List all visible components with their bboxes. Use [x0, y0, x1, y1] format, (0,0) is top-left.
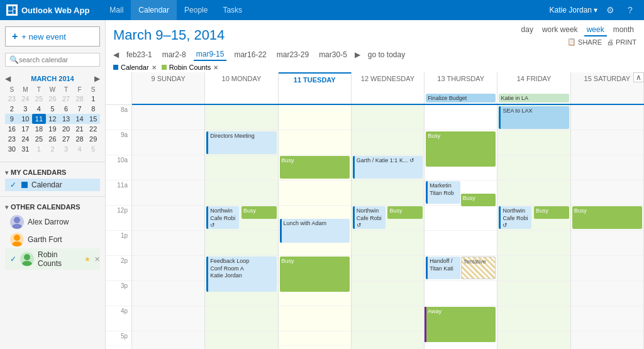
mini-cal-cell[interactable]: 18 [32, 124, 46, 134]
event-garth-katie[interactable]: Garth / Katie 1:1 K... ↺ [353, 156, 423, 179]
other-calendars-header[interactable]: ▾ OTHER CALENDARS [5, 203, 100, 211]
mini-cal-cell[interactable]: 14 [73, 114, 87, 124]
nav-mail[interactable]: Mail [102, 0, 131, 20]
event-tentative[interactable]: Tentative [461, 257, 496, 279]
view-work-week-btn[interactable]: work week [540, 24, 580, 36]
mini-cal-cell[interactable]: 29 [86, 134, 100, 144]
mini-cal-cell[interactable]: 26 [46, 94, 60, 104]
nav-mar16[interactable]: mar16-22 [231, 49, 269, 60]
settings-icon[interactable]: ⚙ [602, 3, 618, 18]
mini-cal-cell[interactable]: 30 [5, 144, 19, 154]
event-busy-tue-2p[interactable]: Busy [280, 257, 350, 292]
my-calendars-header[interactable]: ▾ MY CALENDARS [5, 169, 100, 176]
mini-cal-cell[interactable]: 23 [5, 94, 19, 104]
mini-cal-cell[interactable]: 21 [73, 124, 87, 134]
mini-cal-cell[interactable]: 31 [19, 144, 33, 154]
event-northwin-wed[interactable]: NorthwinCafe Robi ↺ [353, 206, 386, 229]
event-feedback-loop[interactable]: Feedback LoopConf Room AKatie Jordan [206, 257, 276, 292]
mini-cal-cell[interactable]: 4 [73, 144, 87, 154]
day-col-sunday[interactable] [132, 105, 205, 349]
day-col-tuesday[interactable]: Busy Lunch with Adam Busy [279, 105, 352, 349]
mini-cal-cell[interactable]: 7 [73, 104, 87, 114]
user-menu[interactable]: Katie Jordan ▾ [550, 6, 597, 14]
mini-cal-cell[interactable]: 12 [46, 114, 60, 124]
cal-prev-arrow[interactable]: ◀ [113, 50, 119, 59]
event-busy-wed-12p[interactable]: Busy [387, 206, 423, 219]
mini-cal-cell[interactable]: 1 [86, 94, 100, 104]
mini-cal-cell[interactable]: 16 [5, 124, 19, 134]
mini-cal-cell-today[interactable]: 11 [32, 114, 46, 124]
all-day-finalize-budget[interactable]: Finalize Budget [426, 94, 496, 102]
mini-cal-cell[interactable]: 22 [86, 124, 100, 134]
mini-cal-cell[interactable]: 26 [46, 134, 60, 144]
chip-robin-close[interactable]: ✕ [213, 64, 218, 71]
event-busy-thu-9a[interactable]: Busy [426, 131, 496, 167]
mini-cal-cell[interactable]: 28 [73, 94, 87, 104]
nav-mar9[interactable]: mar9-15 [194, 48, 227, 61]
event-marketing[interactable]: MarketinTitan Rob [426, 181, 460, 204]
new-event-button[interactable]: + + new event [5, 26, 100, 47]
mini-cal-next-arrow[interactable]: ▶ [94, 74, 100, 83]
event-northwin-mon-12p[interactable]: NorthwinCafe Robi ↺ [206, 206, 239, 229]
mini-cal-cell[interactable]: 2 [5, 104, 19, 114]
day-col-friday[interactable]: SEA to LAX NorthwinCafe Robi ↺ Busy [497, 105, 570, 349]
print-button[interactable]: 🖨 PRINT [607, 38, 636, 46]
help-icon[interactable]: ? [623, 3, 638, 18]
mini-cal-cell[interactable]: 24 [19, 134, 33, 144]
other-cal-item-alex[interactable]: Alex Darrow [5, 213, 100, 231]
view-day-btn[interactable]: day [519, 24, 536, 36]
mini-cal-prev-arrow[interactable]: ◀ [5, 74, 11, 83]
event-northwin-fri[interactable]: NorthwinCafe Robi ↺ [499, 206, 531, 229]
all-day-katie-la[interactable]: Katie in LA [499, 94, 569, 102]
mini-cal-cell[interactable]: 24 [19, 94, 33, 104]
mini-cal-cell[interactable]: 28 [73, 134, 87, 144]
mini-cal-cell[interactable]: 5 [86, 144, 100, 154]
mini-cal-cell[interactable]: 20 [59, 124, 73, 134]
event-sea-lax[interactable]: SEA to LAX [499, 106, 569, 129]
mini-cal-cell[interactable]: 13 [59, 114, 73, 124]
event-lunch-adam[interactable]: Lunch with Adam [280, 219, 350, 243]
view-month-btn[interactable]: month [611, 24, 636, 36]
calendar-item-calendar[interactable]: ✓ Calendar [5, 179, 100, 191]
robin-close-icon[interactable]: ✕ [94, 255, 100, 263]
mini-cal-cell[interactable]: 4 [32, 104, 46, 114]
event-busy-thu-11a[interactable]: Busy [461, 194, 496, 206]
event-busy-mon-12p[interactable]: Busy [242, 206, 277, 219]
mini-cal-cell[interactable]: 27 [59, 94, 73, 104]
chip-calendar-close[interactable]: ✕ [152, 64, 157, 71]
nav-mar2[interactable]: mar2-8 [160, 49, 189, 60]
mini-cal-cell[interactable]: 19 [46, 124, 60, 134]
view-week-btn[interactable]: week [584, 24, 607, 36]
mini-cal-cell[interactable]: 27 [59, 134, 73, 144]
other-cal-item-garth[interactable]: Garth Fort [5, 231, 100, 248]
nav-go-today[interactable]: go to today [365, 49, 408, 60]
share-button[interactable]: 📋 SHARE [567, 38, 602, 46]
nav-tasks[interactable]: Tasks [215, 0, 250, 20]
search-input[interactable] [19, 56, 96, 64]
nav-feb23[interactable]: feb23-1 [124, 49, 155, 60]
mini-cal-cell[interactable]: 9 [5, 114, 19, 124]
mini-cal-cell[interactable]: 17 [19, 124, 33, 134]
mini-cal-cell[interactable]: 6 [59, 104, 73, 114]
day-col-monday[interactable]: Directors Meeting NorthwinCafe Robi ↺ Bu… [205, 105, 278, 349]
mini-cal-cell[interactable]: 15 [86, 114, 100, 124]
mini-cal-cell[interactable]: 3 [19, 104, 33, 114]
cal-next-arrow[interactable]: ▶ [355, 50, 360, 59]
event-busy-fri-12p[interactable]: Busy [534, 206, 569, 219]
mini-cal-cell[interactable]: 1 [32, 144, 46, 154]
collapse-button[interactable]: ∧ [633, 72, 644, 82]
day-col-saturday[interactable]: Busy [571, 105, 644, 349]
mini-cal-cell[interactable]: 23 [5, 134, 19, 144]
event-handoff[interactable]: Handoff /Titan Kati [426, 257, 460, 279]
nav-people[interactable]: People [177, 0, 215, 20]
mini-cal-cell[interactable]: 5 [46, 104, 60, 114]
mini-cal-cell[interactable]: 8 [86, 104, 100, 114]
mini-cal-cell[interactable]: 25 [32, 94, 46, 104]
day-col-wednesday[interactable]: Garth / Katie 1:1 K... ↺ NorthwinCafe Ro… [352, 105, 425, 349]
nav-calendar[interactable]: Calendar [131, 0, 177, 20]
mini-cal-cell[interactable]: 25 [32, 134, 46, 144]
nav-mar23[interactable]: mar23-29 [274, 49, 311, 60]
event-directors-meeting[interactable]: Directors Meeting [206, 131, 276, 154]
event-busy-sat-12p[interactable]: Busy [572, 206, 642, 229]
other-cal-item-robin[interactable]: ✓ Robin Counts ★ ✕ [5, 248, 100, 270]
